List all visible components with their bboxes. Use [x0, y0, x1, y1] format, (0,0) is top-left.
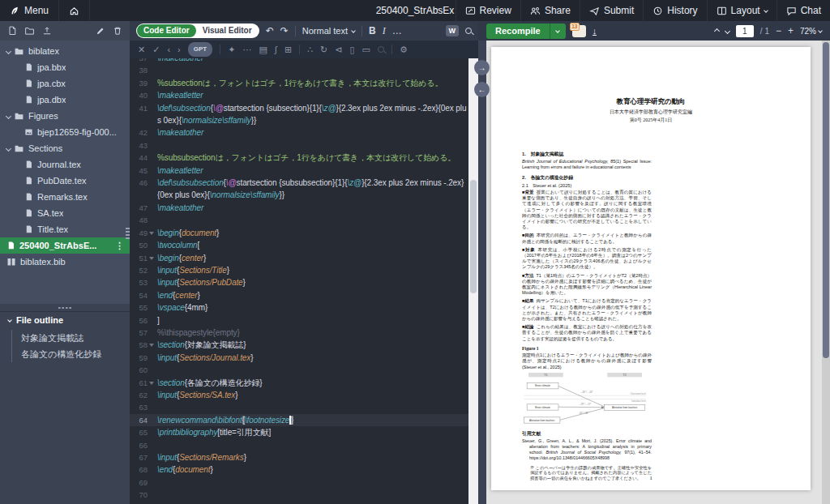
logs-button[interactable]: 13 — [572, 25, 586, 37]
code-line[interactable]: 47\makeatother — [130, 202, 468, 214]
code-line[interactable]: 61\section{各論文の構造化抄録} — [130, 377, 468, 389]
search-icon[interactable] — [465, 26, 472, 36]
note-icon[interactable]: ▤ — [259, 45, 267, 54]
next-page-icon[interactable] — [725, 28, 730, 33]
code-line[interactable]: 58\section{対象論文掲載誌} — [130, 339, 468, 351]
share-nodes-icon[interactable]: ⊲ — [335, 45, 342, 54]
tree-file[interactable]: 250400_StrAbsE...⋮ — [0, 237, 130, 254]
file-outline-header[interactable]: File outline — [0, 311, 130, 328]
code-area[interactable]: 37\makeatother3839%subsectionは，フォントはゴチ，1… — [130, 58, 468, 504]
fold-arrow-icon[interactable] — [148, 252, 156, 264]
pane-divider[interactable] — [478, 41, 486, 504]
table-icon[interactable]: ⊞ — [285, 45, 292, 54]
code-line[interactable]: 60 — [130, 364, 468, 376]
code-line[interactable]: 67\input{Sections/Remarks} — [130, 451, 468, 463]
writefull-icon[interactable]: W — [446, 25, 460, 36]
zoom-in-button[interactable]: + — [788, 26, 794, 36]
code-line[interactable]: 43 — [130, 139, 468, 152]
settings-gear-icon[interactable]: ⚙ — [400, 45, 408, 54]
tree-file[interactable]: jpa.dbx — [0, 92, 130, 108]
code-line[interactable]: 46\def\subsubsection{\@startsection {sub… — [130, 177, 468, 202]
code-line[interactable]: 57%\thispagestyle{empty} — [130, 327, 468, 339]
visual-editor-tab[interactable]: Visual Editor — [196, 24, 259, 37]
code-line[interactable]: 65\printbibliography[title=引用文献] — [130, 426, 468, 438]
code-line[interactable]: 66 — [130, 439, 468, 451]
fold-arrow-icon[interactable] — [148, 227, 156, 239]
code-line[interactable]: 68\end{document} — [130, 463, 468, 476]
math-integral-icon[interactable]: ∫ — [275, 45, 277, 54]
undo-icon[interactable]: ↶ — [266, 26, 274, 36]
prev-suggestion-icon[interactable]: ‹ — [167, 45, 170, 54]
previous-page-icon[interactable] — [714, 28, 720, 33]
rename-pencil-icon[interactable] — [96, 26, 105, 36]
bold-button[interactable]: B — [369, 26, 376, 36]
tree-file[interactable]: Remarks.tex — [0, 189, 130, 205]
kebab-menu-icon[interactable]: ⋮ — [113, 241, 126, 251]
code-line[interactable]: 44%subsubsectionは，フォントはゴチ，1行をあけて書き，本文は改行… — [130, 152, 468, 164]
history-button[interactable]: History — [643, 0, 706, 21]
code-line[interactable]: 59\input{Sections/Journal.tex} — [130, 352, 468, 364]
layout-button[interactable]: Layout — [707, 0, 777, 21]
tree-file[interactable]: jpa.cbx — [0, 75, 130, 92]
outline-item[interactable]: 対象論文掲載誌 — [21, 330, 130, 346]
share-button[interactable]: Share — [520, 0, 580, 21]
tree-file[interactable]: biblatex.bib — [0, 254, 130, 270]
tree-file[interactable]: Journal.tex — [0, 156, 130, 173]
search-icon[interactable] — [378, 45, 384, 54]
code-line[interactable]: 41\def\subsection{\@startsection {subsec… — [130, 102, 468, 127]
new-folder-icon[interactable] — [24, 26, 35, 36]
code-line[interactable]: 39%subsectionは，フォントはゴチ，1行をあけて書き，本文は改行して始… — [130, 77, 468, 89]
tree-file[interactable]: jpa.bbx — [0, 59, 130, 75]
home-button[interactable] — [59, 0, 90, 21]
submit-button[interactable]: Submit — [580, 0, 643, 21]
dots-menu-icon[interactable]: ⋯ — [242, 45, 251, 54]
sync-icon[interactable]: ↻ — [320, 45, 327, 54]
clipboard-icon[interactable]: ▯ — [350, 45, 355, 54]
code-line[interactable]: 51\begin{center} — [130, 252, 468, 264]
tree-file[interactable]: PubDate.tex — [0, 173, 130, 189]
code-line[interactable]: 48 — [130, 214, 468, 226]
code-line[interactable]: 45\makeatletter — [130, 164, 468, 177]
code-line[interactable]: 55\vspace{4mm} — [130, 301, 468, 314]
code-line[interactable]: 70 — [130, 489, 468, 501]
recompile-button[interactable]: Recompile — [486, 23, 566, 39]
review-button[interactable]: Review — [456, 0, 520, 21]
download-pdf-icon[interactable]: ↓ — [593, 27, 597, 36]
pdf-scrollbar-thumb[interactable] — [823, 42, 829, 358]
fold-arrow-icon[interactable] — [148, 377, 156, 389]
code-line[interactable]: 42\makeatother — [130, 126, 468, 139]
code-line[interactable]: 63 — [130, 401, 468, 413]
code-line[interactable]: 64\renewcommand\bibfont{\footnotesize} — [130, 414, 468, 426]
code-line[interactable]: 69 — [130, 476, 468, 489]
italic-button[interactable]: I — [383, 26, 386, 36]
tree-folder[interactable]: Sections — [0, 140, 130, 156]
molecule-icon[interactable]: ∴ — [307, 45, 313, 54]
sparkle-ai-icon[interactable]: ✦ — [228, 45, 235, 54]
next-suggestion-icon[interactable]: › — [178, 45, 181, 54]
code-line[interactable]: 54\end{center} — [130, 289, 468, 301]
tree-folder[interactable]: Figures — [0, 108, 130, 124]
delete-trash-icon[interactable] — [113, 26, 122, 36]
code-line[interactable]: 53\input{Sections/PubDate} — [130, 276, 468, 288]
zoom-level-select[interactable]: 72% — [800, 27, 822, 36]
redo-icon[interactable]: ↷ — [280, 26, 289, 36]
code-line[interactable]: 40\makeatletter — [130, 89, 468, 101]
expand-pdf-button[interactable]: → — [474, 60, 490, 75]
tree-folder[interactable]: biblatex — [0, 43, 130, 59]
fold-arrow-icon[interactable] — [148, 339, 156, 351]
outline-resize-handle[interactable] — [58, 306, 72, 310]
paragraph-style-select[interactable]: Normal text — [302, 26, 355, 36]
close-icon[interactable]: ✕ — [138, 45, 145, 54]
outline-item[interactable]: 各論文の構造化抄録 — [21, 346, 130, 362]
gpt-badge[interactable]: GPT — [188, 42, 212, 57]
code-editor-tab[interactable]: Code Editor — [137, 24, 196, 37]
document-icon[interactable]: ▭ — [362, 45, 370, 54]
code-line[interactable]: 37\makeatother — [130, 58, 468, 64]
code-line[interactable]: 38 — [130, 64, 468, 76]
editor-scrollbar-thumb[interactable] — [470, 180, 477, 293]
code-line[interactable]: 50\twocolumn[ — [130, 239, 468, 251]
new-file-icon[interactable] — [7, 26, 17, 36]
pdf-scrollbar[interactable] — [822, 41, 830, 504]
code-line[interactable]: 49\begin{document} — [130, 227, 468, 239]
editor-scrollbar[interactable] — [468, 58, 478, 504]
